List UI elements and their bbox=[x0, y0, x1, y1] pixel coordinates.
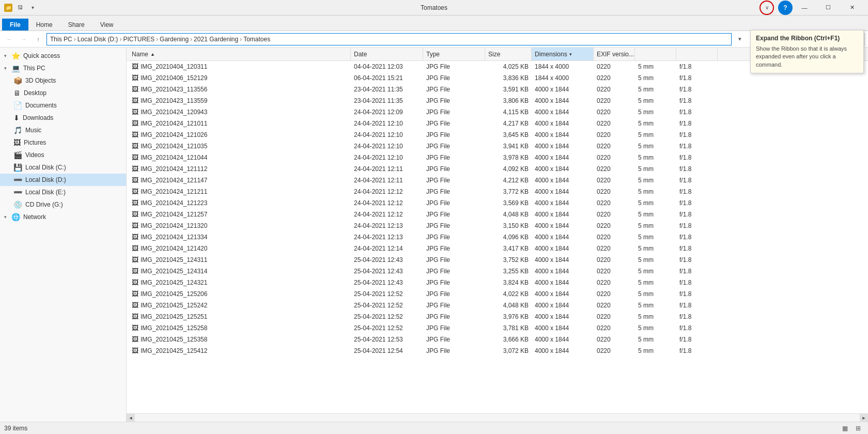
table-row[interactable]: 🖼 IMG_20210425_125242 25-04-2021 12:52 J… bbox=[127, 300, 868, 311]
table-row[interactable]: 🖼 IMG_20210425_124314 25-04-2021 12:43 J… bbox=[127, 266, 868, 277]
table-row[interactable]: 🖼 IMG_20210425_125412 25-04-2021 12:54 J… bbox=[127, 345, 868, 357]
file-focal: 5 mm bbox=[635, 154, 676, 161]
table-row[interactable]: 🖼 IMG_20210425_125251 25-04-2021 12:52 J… bbox=[127, 311, 868, 322]
sidebar-item-pictures[interactable]: 🖼 Pictures bbox=[0, 136, 126, 149]
table-row[interactable]: 🖼 IMG_20210424_121320 24-04-2021 12:13 J… bbox=[127, 220, 868, 231]
large-icons-btn[interactable]: ⊞ bbox=[853, 423, 864, 434]
table-row[interactable]: 🖼 IMG_20210406_152129 06-04-2021 15:21 J… bbox=[127, 72, 868, 84]
table-row[interactable]: 🖼 IMG_20210424_121334 24-04-2021 12:13 J… bbox=[127, 231, 868, 243]
table-row[interactable]: 🖼 IMG_20210424_121044 24-04-2021 12:10 J… bbox=[127, 152, 868, 163]
table-row[interactable]: 🖼 IMG_20210424_121211 24-04-2021 12:12 J… bbox=[127, 186, 868, 197]
tab-home[interactable]: Home bbox=[28, 19, 60, 30]
path-this-pc[interactable]: This PC bbox=[50, 36, 72, 43]
table-row[interactable]: 🖼 IMG_20210424_121011 24-04-2021 12:10 J… bbox=[127, 118, 868, 129]
table-row[interactable]: 🖼 IMG_20210424_121035 24-04-2021 12:10 J… bbox=[127, 141, 868, 152]
qat-down-btn[interactable]: ▾ bbox=[28, 3, 37, 12]
address-path[interactable]: This PC › Local Disk (D:) › PICTURES › G… bbox=[47, 33, 732, 45]
sidebar-item-local-disk-d[interactable]: ➖ Local Disk (D:) bbox=[0, 174, 126, 186]
col-header-name[interactable]: Name ▲ bbox=[129, 48, 351, 60]
table-row[interactable]: 🖼 IMG_20210424_121112 24-04-2021 12:11 J… bbox=[127, 163, 868, 175]
table-row[interactable]: 🖼 IMG_20210425_125258 25-04-2021 12:52 J… bbox=[127, 322, 868, 334]
table-row[interactable]: 🖼 IMG_20210424_121026 24-04-2021 12:10 J… bbox=[127, 129, 868, 141]
path-gardening[interactable]: Gardening bbox=[160, 36, 189, 43]
file-name: IMG_20210425_125358 bbox=[141, 336, 207, 343]
sidebar-item-local-disk-c[interactable]: 💾 Local Disk (C:) bbox=[0, 161, 126, 174]
sidebar-item-documents[interactable]: 📄 Documents bbox=[0, 99, 126, 112]
table-row[interactable]: 🖼 IMG_20210424_121420 24-04-2021 12:14 J… bbox=[127, 243, 868, 254]
path-2021-gardening[interactable]: 2021 Gardening bbox=[194, 36, 238, 43]
col-header-focal[interactable] bbox=[635, 48, 676, 60]
path-local-disk-d[interactable]: Local Disk (D:) bbox=[78, 36, 118, 43]
sidebar-item-desktop[interactable]: 🖥 Desktop bbox=[0, 87, 126, 99]
file-aperture: f/1.8 bbox=[676, 347, 718, 354]
dropdown-btn[interactable]: ▾ bbox=[734, 33, 746, 45]
file-name: IMG_20210424_121035 bbox=[141, 143, 207, 150]
scroll-right-btn[interactable]: ► bbox=[860, 414, 868, 422]
sidebar-item-3d-objects[interactable]: 📦 3D Objects bbox=[0, 74, 126, 87]
table-row[interactable]: 🖼 IMG_20210424_121147 24-04-2021 12:11 J… bbox=[127, 175, 868, 186]
sidebar-section-quick-access[interactable]: ▾ ⭐ Quick access bbox=[0, 50, 126, 62]
status-right: ▦ ⊞ bbox=[839, 423, 864, 434]
table-row[interactable]: 🖼 IMG_20210424_121223 24-04-2021 12:12 J… bbox=[127, 197, 868, 209]
address-bar: ← → ↑ This PC › Local Disk (D:) › PICTUR… bbox=[0, 31, 868, 48]
col-header-aperture[interactable] bbox=[676, 48, 718, 60]
sidebar-label-3d-objects: 3D Objects bbox=[25, 77, 56, 84]
file-exif: 0220 bbox=[594, 268, 635, 275]
sidebar-item-local-disk-e[interactable]: ➖ Local Disk (E:) bbox=[0, 186, 126, 198]
file-list[interactable]: 🖼 IMG_20210404_120311 04-04-2021 12:03 J… bbox=[127, 61, 868, 413]
col-header-dimensions[interactable]: Dimensions ▾ bbox=[532, 48, 594, 60]
file-dims: 4000 x 1844 bbox=[532, 199, 594, 207]
col-header-type[interactable]: Type bbox=[423, 48, 485, 60]
back-btn[interactable]: ← bbox=[3, 33, 16, 45]
tab-view[interactable]: View bbox=[92, 19, 121, 30]
minimize-btn[interactable]: — bbox=[793, 0, 816, 16]
sidebar-label-music: Music bbox=[25, 127, 41, 134]
file-dims: 4000 x 1844 bbox=[532, 188, 594, 195]
close-btn[interactable]: ✕ bbox=[840, 0, 864, 16]
horizontal-scrollbar[interactable]: ◄ ► bbox=[127, 413, 868, 422]
up-btn[interactable]: ↑ bbox=[32, 33, 44, 45]
help-btn[interactable]: ? bbox=[778, 1, 793, 15]
table-row[interactable]: 🖼 IMG_20210423_113556 23-04-2021 11:35 J… bbox=[127, 84, 868, 95]
file-exif: 0220 bbox=[594, 97, 635, 104]
file-name: IMG_20210425_125251 bbox=[141, 313, 207, 320]
table-row[interactable]: 🖼 IMG_20210423_113559 23-04-2021 11:35 J… bbox=[127, 95, 868, 106]
details-view-btn[interactable]: ▦ bbox=[839, 423, 850, 434]
sidebar-item-downloads[interactable]: ⬇ Downloads bbox=[0, 112, 126, 124]
qat-properties-btn[interactable]: 🖫 bbox=[16, 3, 25, 12]
network-chevron: ▾ bbox=[4, 214, 9, 220]
tab-file[interactable]: File bbox=[2, 19, 28, 30]
file-exif: 0220 bbox=[594, 245, 635, 252]
sidebar-section-this-pc[interactable]: ▾ 💻 This PC bbox=[0, 62, 126, 74]
sidebar-item-music[interactable]: 🎵 Music bbox=[0, 124, 126, 136]
forward-btn[interactable]: → bbox=[18, 33, 30, 45]
file-aperture: f/1.8 bbox=[676, 154, 718, 161]
file-date: 24-04-2021 12:14 bbox=[351, 245, 423, 252]
table-row[interactable]: 🖼 IMG_20210424_120943 24-04-2021 12:09 J… bbox=[127, 106, 868, 118]
scroll-track[interactable] bbox=[135, 414, 860, 422]
table-row[interactable]: 🖼 IMG_20210425_125206 25-04-2021 12:52 J… bbox=[127, 288, 868, 300]
jpg-file-icon: 🖼 bbox=[132, 74, 138, 82]
file-date: 25-04-2021 12:43 bbox=[351, 256, 423, 264]
col-name-label: Name bbox=[132, 51, 148, 58]
table-row[interactable]: 🖼 IMG_20210425_125358 25-04-2021 12:53 J… bbox=[127, 334, 868, 345]
documents-icon: 📄 bbox=[13, 101, 22, 110]
sidebar-item-videos[interactable]: 🎬 Videos bbox=[0, 149, 126, 161]
sidebar-item-cd-drive-g[interactable]: 💿 CD Drive (G:) bbox=[0, 198, 126, 211]
col-header-exif[interactable]: EXIF versio... bbox=[594, 48, 635, 60]
tab-share[interactable]: Share bbox=[60, 19, 92, 30]
table-row[interactable]: 🖼 IMG_20210425_124321 25-04-2021 12:43 J… bbox=[127, 277, 868, 288]
table-row[interactable]: 🖼 IMG_20210425_124311 25-04-2021 12:43 J… bbox=[127, 254, 868, 266]
file-name: IMG_20210423_113559 bbox=[141, 97, 207, 104]
col-header-size[interactable]: Size bbox=[485, 48, 532, 60]
file-focal: 5 mm bbox=[635, 279, 676, 286]
expand-ribbon-btn[interactable]: ∨ bbox=[760, 1, 774, 15]
sidebar-section-network[interactable]: ▾ 🌐 Network bbox=[0, 211, 126, 223]
maximize-btn[interactable]: ☐ bbox=[816, 0, 840, 16]
scroll-left-btn[interactable]: ◄ bbox=[127, 414, 135, 422]
file-dims: 4000 x 1844 bbox=[532, 120, 594, 127]
file-date: 25-04-2021 12:52 bbox=[351, 313, 423, 320]
col-header-date[interactable]: Date bbox=[351, 48, 423, 60]
path-pictures[interactable]: PICTURES bbox=[123, 36, 154, 43]
table-row[interactable]: 🖼 IMG_20210424_121257 24-04-2021 12:12 J… bbox=[127, 209, 868, 220]
